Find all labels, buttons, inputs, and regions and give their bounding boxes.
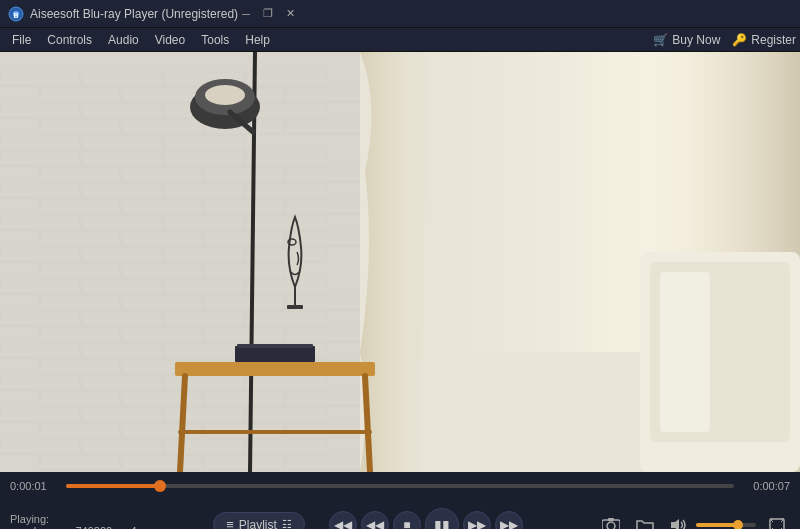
svg-rect-112 (175, 362, 375, 376)
controls-bar: 0:00:01 0:00:07 Playing: pexels-max...74… (0, 472, 800, 529)
playing-label: Playing: (10, 513, 150, 525)
playing-file: pexels-max...749200.mp4 (10, 525, 150, 530)
menu-video[interactable]: Video (147, 31, 193, 49)
register-button[interactable]: 🔑 Register (732, 33, 796, 47)
cart-icon: 🛒 (653, 33, 668, 47)
minimize-button[interactable]: ─ (238, 6, 254, 22)
menu-right-actions: 🛒 Buy Now 🔑 Register (653, 33, 796, 47)
volume-track[interactable] (696, 523, 756, 527)
svg-rect-120 (287, 305, 303, 309)
play-pause-button[interactable]: ▮▮ (425, 508, 459, 530)
video-area[interactable] (0, 52, 800, 472)
next-track-button[interactable]: ▶▶ (495, 511, 523, 530)
svg-point-122 (607, 522, 615, 530)
playlist-label: Playlist (239, 518, 277, 530)
volume-area (666, 512, 756, 530)
menu-bar: File Controls Audio Video Tools Help 🛒 B… (0, 28, 800, 52)
progress-track[interactable] (66, 484, 734, 488)
menu-controls[interactable]: Controls (39, 31, 100, 49)
close-button[interactable]: ✕ (282, 6, 298, 22)
fullscreen-button[interactable] (764, 512, 790, 530)
svg-point-110 (205, 85, 245, 105)
title-bar: B Aiseesoft Blu-ray Player (Unregistered… (0, 0, 800, 28)
video-frame (0, 52, 800, 472)
restore-button[interactable]: ❐ (260, 6, 276, 22)
volume-fill (696, 523, 738, 527)
window-controls: ─ ❐ ✕ (238, 6, 298, 22)
volume-icon (670, 518, 688, 530)
progress-fill (66, 484, 160, 488)
app-logo-icon: B (8, 6, 24, 22)
scene-svg (0, 52, 800, 472)
open-folder-button[interactable] (632, 512, 658, 530)
time-current: 0:00:01 (10, 480, 58, 492)
svg-rect-106 (660, 272, 710, 432)
playlist-icon: ≡ (226, 517, 234, 529)
bottom-controls: Playing: pexels-max...749200.mp4 ≡ Playl… (0, 500, 800, 529)
playing-info: Playing: pexels-max...749200.mp4 (10, 513, 150, 530)
volume-thumb (733, 520, 743, 530)
transport-controls: ◀◀ ◀◀ ■ ▮▮ ▶▶ ▶▶ (329, 508, 523, 530)
svg-rect-123 (608, 518, 614, 521)
fast-forward-button[interactable]: ▶▶ (463, 511, 491, 530)
progress-thumb (154, 480, 166, 492)
svg-marker-124 (671, 519, 679, 530)
volume-button[interactable] (666, 512, 692, 530)
prev-track-button[interactable]: ◀◀ (329, 511, 357, 530)
svg-rect-117 (237, 344, 313, 348)
folder-icon (636, 518, 654, 530)
time-total: 0:00:07 (742, 480, 790, 492)
svg-text:B: B (13, 12, 18, 19)
menu-audio[interactable]: Audio (100, 31, 147, 49)
camera-icon (602, 518, 620, 530)
rewind-button[interactable]: ◀◀ (361, 511, 389, 530)
playlist-button[interactable]: ≡ Playlist ☷ (213, 512, 305, 529)
title-bar-title: Aiseesoft Blu-ray Player (Unregistered) (30, 7, 238, 21)
right-controls (598, 512, 790, 530)
menu-help[interactable]: Help (237, 31, 278, 49)
menu-file[interactable]: File (4, 31, 39, 49)
buy-now-button[interactable]: 🛒 Buy Now (653, 33, 720, 47)
progress-area: 0:00:01 0:00:07 (0, 472, 800, 500)
playlist-list-icon: ☷ (282, 518, 292, 529)
fullscreen-icon (769, 518, 785, 530)
key-icon: 🔑 (732, 33, 747, 47)
svg-rect-116 (235, 346, 315, 362)
screenshot-button[interactable] (598, 512, 624, 530)
stop-button[interactable]: ■ (393, 511, 421, 530)
menu-tools[interactable]: Tools (193, 31, 237, 49)
